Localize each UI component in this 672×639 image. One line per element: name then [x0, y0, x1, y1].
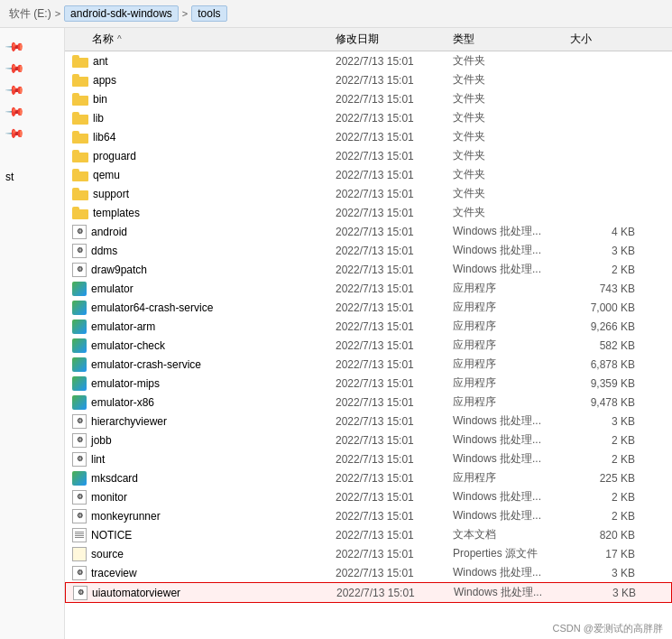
table-row[interactable]: support 2022/7/13 15:01 文件夹	[65, 184, 672, 203]
table-row[interactable]: ⚙ hierarchyviewer 2022/7/13 15:01 Window…	[65, 412, 672, 431]
file-date-cell: 2022/7/13 15:01	[336, 264, 453, 276]
file-name-cell: ⚙ monitor	[65, 490, 336, 505]
file-name-label: emulator-crash-service	[91, 358, 201, 371]
file-name-label: monitor	[91, 491, 127, 504]
table-row[interactable]: emulator 2022/7/13 15:01 应用程序 743 KB	[65, 279, 672, 298]
file-type-cell: 文件夹	[453, 110, 570, 125]
table-row[interactable]: lib64 2022/7/13 15:01 文件夹	[65, 127, 672, 146]
file-name-cell: templates	[65, 207, 336, 219]
file-type-cell: 应用程序	[453, 394, 570, 410]
main-area: 📌 📌 📌 📌 📌 st 名称 ^	[0, 28, 672, 639]
col-name-header[interactable]: 名称 ^	[65, 32, 336, 47]
sidebar-pin-5[interactable]: 📌	[0, 122, 64, 144]
file-date-cell: 2022/7/13 15:01	[336, 74, 453, 87]
file-name-label: android	[91, 226, 127, 238]
file-date-cell: 2022/7/13 15:01	[336, 207, 453, 219]
file-date-cell: 2022/7/13 15:01	[336, 339, 453, 352]
file-type-cell: Windows 批处理...	[453, 565, 570, 580]
file-size-cell: 3 KB	[570, 567, 642, 579]
file-size-cell: 9,478 KB	[570, 396, 642, 409]
table-row[interactable]: ant 2022/7/13 15:01 文件夹	[65, 51, 672, 70]
file-name-label: hierarchyviewer	[91, 415, 167, 428]
table-row[interactable]: emulator-x86 2022/7/13 15:01 应用程序 9,478 …	[65, 393, 672, 412]
breadcrumb-seg2[interactable]: tools	[191, 5, 226, 22]
table-row[interactable]: proguard 2022/7/13 15:01 文件夹	[65, 146, 672, 165]
table-row[interactable]: emulator-crash-service 2022/7/13 15:01 应…	[65, 355, 672, 374]
folder-icon	[72, 55, 88, 68]
file-size-cell: 225 KB	[570, 472, 642, 485]
table-row[interactable]: mksdcard 2022/7/13 15:01 应用程序 225 KB	[65, 468, 672, 487]
props-icon	[72, 547, 87, 561]
breadcrumb-root[interactable]: 软件 (E:)	[9, 6, 51, 22]
file-date-cell: 2022/7/13 15:01	[336, 567, 453, 579]
file-type-cell: 应用程序	[453, 300, 570, 315]
file-size-cell: 743 KB	[570, 282, 642, 295]
table-row[interactable]: apps 2022/7/13 15:01 文件夹	[65, 70, 672, 89]
file-size-cell: 4 KB	[570, 226, 642, 238]
table-row[interactable]: lib 2022/7/13 15:01 文件夹	[65, 108, 672, 127]
file-name-cell: ⚙ draw9patch	[65, 263, 336, 277]
app-icon	[72, 301, 87, 315]
file-name-label: lib64	[93, 131, 115, 144]
table-row[interactable]: ⚙ android 2022/7/13 15:01 Windows 批处理...…	[65, 222, 672, 241]
breadcrumb-sep2: >	[182, 8, 188, 19]
table-row[interactable]: ⚙ monitor 2022/7/13 15:01 Windows 批处理...…	[65, 487, 672, 506]
file-type-cell: 文件夹	[453, 91, 570, 106]
file-size-cell: 9,359 KB	[570, 377, 642, 390]
file-size-cell: 3 KB	[571, 587, 643, 599]
table-row[interactable]: bin 2022/7/13 15:01 文件夹	[65, 89, 672, 108]
table-row[interactable]: ⚙ jobb 2022/7/13 15:01 Windows 批处理... 2 …	[65, 431, 672, 449]
table-row[interactable]: NOTICE 2022/7/13 15:01 文本文档 820 KB	[65, 525, 672, 544]
file-type-cell: 文件夹	[453, 205, 570, 220]
table-row[interactable]: emulator-check 2022/7/13 15:01 应用程序 582 …	[65, 336, 672, 355]
sidebar-pin-2[interactable]: 📌	[0, 57, 64, 79]
table-row[interactable]: ⚙ draw9patch 2022/7/13 15:01 Windows 批处理…	[65, 260, 672, 279]
table-row[interactable]: ⚙ uiautomatorviewer 2022/7/13 15:01 Wind…	[65, 582, 672, 603]
file-type-cell: 应用程序	[453, 470, 570, 486]
breadcrumb-seg1[interactable]: android-sdk-windows	[64, 5, 179, 22]
table-row[interactable]: templates 2022/7/13 15:01 文件夹	[65, 203, 672, 222]
table-row[interactable]: ⚙ lint 2022/7/13 15:01 Windows 批处理... 2 …	[65, 449, 672, 468]
file-date-cell: 2022/7/13 15:01	[336, 93, 453, 106]
file-area[interactable]: 名称 ^ 修改日期 类型 大小 ant 2022/7/13 15:01 文件夹 …	[65, 28, 672, 639]
file-date-cell: 2022/7/13 15:01	[336, 245, 453, 257]
file-type-cell: 文件夹	[453, 129, 570, 144]
batch-icon: ⚙	[72, 433, 87, 448]
file-name-cell: bin	[65, 93, 336, 106]
col-type-header[interactable]: 类型	[453, 32, 570, 47]
file-type-cell: 文件夹	[453, 53, 570, 69]
table-row[interactable]: emulator-mips 2022/7/13 15:01 应用程序 9,359…	[65, 374, 672, 393]
table-row[interactable]: ⚙ ddms 2022/7/13 15:01 Windows 批处理... 3 …	[65, 241, 672, 260]
file-type-cell: Windows 批处理...	[453, 489, 570, 505]
file-name-label: emulator64-crash-service	[91, 301, 213, 314]
file-name-cell: emulator-mips	[65, 376, 336, 391]
file-name-cell: ⚙ ddms	[65, 244, 336, 258]
pin-icon-3: 📌	[5, 79, 25, 99]
file-date-cell: 2022/7/13 15:01	[336, 169, 453, 181]
file-type-cell: Windows 批处理...	[453, 432, 570, 448]
file-date-cell: 2022/7/13 15:01	[336, 377, 453, 390]
file-size-cell: 2 KB	[570, 510, 642, 523]
table-row[interactable]: emulator64-crash-service 2022/7/13 15:01…	[65, 298, 672, 317]
sidebar-pin-4[interactable]: 📌	[0, 100, 64, 122]
file-type-cell: Windows 批处理...	[454, 585, 571, 600]
file-date-cell: 2022/7/13 15:01	[336, 320, 453, 333]
table-row[interactable]: source 2022/7/13 15:01 Properties 源文件 17…	[65, 544, 672, 563]
file-name-cell: emulator-arm	[65, 320, 336, 334]
table-row[interactable]: emulator-arm 2022/7/13 15:01 应用程序 9,266 …	[65, 317, 672, 336]
file-name-label: emulator	[91, 282, 133, 295]
table-row[interactable]: qemu 2022/7/13 15:01 文件夹	[65, 165, 672, 184]
table-row[interactable]: ⚙ monkeyrunner 2022/7/13 15:01 Windows 批…	[65, 506, 672, 525]
file-name-cell: ⚙ hierarchyviewer	[65, 414, 336, 429]
file-name-cell: emulator-x86	[65, 395, 336, 410]
folder-icon	[72, 112, 88, 125]
sort-arrow-icon: ^	[117, 34, 122, 44]
file-name-cell: ⚙ android	[65, 225, 336, 239]
sidebar-pin-3[interactable]: 📌	[0, 79, 64, 100]
table-row[interactable]: ⚙ traceview 2022/7/13 15:01 Windows 批处理.…	[65, 563, 672, 582]
col-date-header[interactable]: 修改日期	[336, 32, 453, 47]
file-name-label: emulator-check	[91, 339, 165, 352]
col-size-header[interactable]: 大小	[570, 32, 642, 47]
file-date-cell: 2022/7/13 15:01	[336, 226, 453, 238]
sidebar-pin-1[interactable]: 📌	[0, 35, 64, 57]
